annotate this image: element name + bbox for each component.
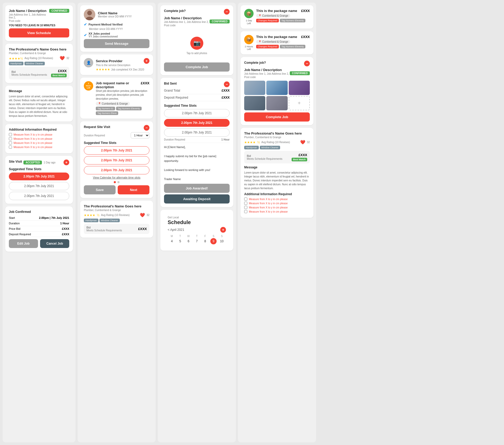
bid-row-col4: Bid Meets Schedule Requirements £XXX Bes… bbox=[244, 151, 310, 163]
checkbox-row-1: Measure from X to y in cm please bbox=[9, 133, 69, 136]
heart-icon-col4: ❤️ bbox=[300, 140, 305, 145]
cj-col4-postcode: Post code bbox=[244, 76, 289, 79]
bid-duration-row: Duration Required 1 Hour bbox=[164, 138, 230, 141]
schedule-card: Get Local Schedule < April 2021 + M 4 T … bbox=[160, 210, 233, 251]
close-complete-job-button[interactable]: − bbox=[224, 9, 230, 15]
column-4: 📦 1 DayLeft This is the package name £XX… bbox=[238, 3, 316, 442]
checkbox-2[interactable] bbox=[9, 137, 12, 140]
close-site-visit-button[interactable]: − bbox=[144, 125, 149, 131]
add-site-visit-button[interactable]: + bbox=[64, 160, 69, 165]
job-title: Job Name / Description bbox=[9, 9, 49, 13]
deposit-label: Deposit Required bbox=[9, 233, 31, 236]
column-2: Client Name Member since DD-MM-YYYY ✔ Pa… bbox=[78, 3, 156, 442]
pin-icon-pkg1: 📍 bbox=[258, 14, 261, 17]
checkbox-3[interactable] bbox=[9, 141, 12, 144]
photo-3[interactable] bbox=[289, 81, 310, 95]
complete-job-card-col4: Complete job? − Job Name / Description J… bbox=[241, 57, 313, 125]
cb-col4-label-3: Measure from X to y in cm please bbox=[249, 206, 288, 209]
bid-slot-1[interactable]: 2.00pm 7th July 2021 bbox=[164, 109, 230, 117]
client-card: Client Name Member since DD-MM-YYYY ✔ Pa… bbox=[80, 5, 153, 52]
suggested-slots-title: Suggested Time Slots bbox=[84, 141, 149, 145]
cal-day-5: F 8 bbox=[202, 235, 208, 244]
best-match-badge: Best Match bbox=[51, 74, 67, 77]
awaiting-deposit-button[interactable]: Awaiting Deposit bbox=[164, 194, 230, 204]
add-sp-button[interactable]: + bbox=[144, 58, 149, 64]
send-message-button[interactable]: Send Message bbox=[84, 39, 149, 48]
additional-title: Additional Information Required bbox=[9, 128, 69, 131]
bid-slot-2[interactable]: 2.00pm 7th July 2021 bbox=[164, 119, 230, 127]
time-slot-3[interactable]: 2.00pm 7th July 2021 bbox=[9, 192, 69, 200]
complete-job-title: Complete job? bbox=[164, 9, 186, 13]
action-buttons: Edit Job Cancel Job bbox=[9, 239, 69, 248]
sv-slot-2[interactable]: 2.00pm 7th July 2021 bbox=[84, 156, 149, 164]
dot-active bbox=[114, 181, 116, 183]
cj-job-title: Job Name / Description bbox=[164, 16, 209, 20]
deposit-value: £XXX bbox=[62, 233, 69, 236]
time-slot-2[interactable]: 2.00pm 7th July 2021 bbox=[9, 182, 69, 190]
likes-count: 32 bbox=[66, 57, 69, 60]
cancel-job-button[interactable]: Cancel Job bbox=[40, 239, 69, 248]
complete-job-col4-button[interactable]: Complete Job bbox=[244, 112, 310, 122]
cb-col4-input-4[interactable] bbox=[244, 210, 247, 213]
bid-label-col2: Bid bbox=[86, 226, 122, 229]
cb-col4-input-3[interactable] bbox=[244, 206, 247, 209]
location-tag: 📍 Cumberland & Grange bbox=[96, 102, 130, 106]
cb-col4-input-2[interactable] bbox=[244, 202, 247, 205]
photo-2[interactable] bbox=[266, 81, 287, 95]
sp-content: 👤 Service Provider + This is the service… bbox=[84, 58, 149, 71]
edit-job-button[interactable]: Edit Job bbox=[9, 239, 38, 248]
photo-4[interactable] bbox=[244, 96, 265, 110]
professional-tags: Handyman Window Cleaner bbox=[9, 62, 69, 65]
save-button[interactable]: Save bbox=[84, 185, 116, 194]
view-schedule-button[interactable]: View Schedule bbox=[9, 28, 69, 37]
svg-point-1 bbox=[87, 11, 92, 15]
sv-slot-3[interactable]: 2.00pm 7th July 2021 bbox=[84, 166, 149, 174]
job-request-content: 2HoursLeft Job request name or descripti… bbox=[84, 81, 149, 115]
next-button[interactable]: Next bbox=[118, 185, 149, 194]
checkbox-1[interactable] bbox=[9, 133, 12, 136]
complete-job-button[interactable]: Complete Job bbox=[164, 62, 230, 72]
package-card-1: 📦 1 DayLeft This is the package name £XX… bbox=[241, 5, 313, 29]
add-schedule-button[interactable]: + bbox=[220, 227, 226, 233]
time-slot-1[interactable]: 2.00pm 7th July 2021 bbox=[9, 173, 69, 180]
grand-total-label: Grand Total bbox=[164, 89, 180, 92]
calendar-nav-label[interactable]: < April 2021 bbox=[168, 228, 184, 232]
complete-job-sub-header: Job Name / Description Job Address line … bbox=[164, 16, 230, 27]
site-visit-card: Site Visit ACCEPTED 1 Day ago + Suggeste… bbox=[5, 156, 73, 204]
close-cj-col4-button[interactable]: − bbox=[304, 61, 310, 66]
duration-select[interactable]: 1 Hour bbox=[131, 132, 149, 138]
pin-icon: 📍 bbox=[98, 102, 101, 105]
bid-slot-3[interactable]: 2.00pm 7th July 2021 bbox=[164, 128, 230, 137]
checkbox-4[interactable] bbox=[9, 145, 12, 149]
job-address: Job Address line 1, Job Address line 2, bbox=[9, 13, 49, 19]
column-1: Job Name / Description Job Address line … bbox=[3, 3, 75, 442]
sv-slot-1[interactable]: 2.00pm 7th July 2021 bbox=[84, 146, 149, 155]
bid-sub-col2: Meets Schedule Requirements bbox=[86, 229, 122, 232]
add-photo-button[interactable]: + bbox=[289, 96, 310, 110]
cb-col4-input-1[interactable] bbox=[244, 198, 247, 201]
payment-verified-row: ✔ Payment Method Verified bbox=[84, 22, 149, 27]
pro-tag-1-col4: Handyman bbox=[244, 146, 259, 149]
pkg2-tag-2: Tag Numero Eleventy bbox=[280, 45, 305, 48]
job-awarded-button[interactable]: Job Awarded! bbox=[164, 184, 230, 193]
close-bid-sent-button[interactable]: − bbox=[224, 81, 230, 87]
price-label: Price Bid bbox=[9, 227, 20, 230]
package-location-2: 📍 Cumberland & Grange bbox=[256, 40, 290, 44]
tag-window-cleaner: Window Cleaner bbox=[24, 62, 45, 65]
complete-job-card: Complete job? − Job Name / Description J… bbox=[160, 5, 233, 75]
pkg2-tag-1: Changes Required bbox=[256, 45, 279, 48]
professional-card-col4: The Professional's Name Goes here Plumbe… bbox=[241, 128, 313, 218]
photo-5[interactable] bbox=[266, 96, 287, 110]
location-text: Cumberland & Grange bbox=[102, 102, 128, 105]
bid-duration-label: Duration Required bbox=[164, 138, 185, 141]
photo-placeholder: 📷 Tap to add photos bbox=[164, 29, 230, 62]
package-title-2: This is the package name bbox=[256, 35, 297, 39]
complete-job-header: Complete job? − bbox=[164, 9, 230, 15]
photo-1[interactable] bbox=[244, 81, 265, 95]
view-calendar-link[interactable]: View Calendar for alternate time slots bbox=[84, 176, 149, 179]
checkbox-row-4: Measure from X to y in cm please bbox=[9, 145, 69, 149]
cb-col4-label-1: Measure from X to y in cm please bbox=[249, 198, 288, 201]
photo-grid: + bbox=[244, 81, 310, 110]
start-value: 2.00pm | 7th July 2021 bbox=[39, 216, 69, 219]
add-photos-label: Tap to add photos bbox=[186, 52, 207, 55]
